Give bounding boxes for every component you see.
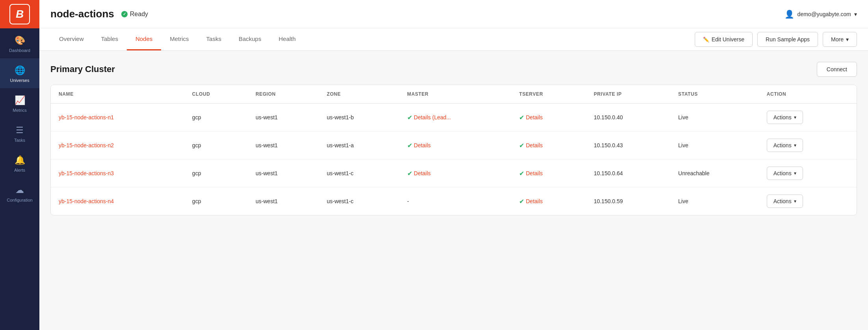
- col-cloud: CLOUD: [184, 85, 248, 104]
- cell-master: -: [399, 187, 511, 215]
- more-button[interactable]: More ▾: [823, 32, 857, 47]
- cell-zone: us-west1-b: [319, 104, 399, 132]
- user-email: demo@yugabyte.com: [798, 11, 851, 17]
- cell-name: yb-15-node-actions-n4: [51, 187, 184, 215]
- actions-button[interactable]: Actions ▾: [767, 111, 803, 124]
- nav-tabs-left: Overview Tables Nodes Metrics Tasks Back…: [50, 28, 304, 50]
- tab-overview[interactable]: Overview: [50, 28, 93, 50]
- cell-tserver: ✔Details: [511, 159, 586, 187]
- master-check-icon: ✔: [407, 142, 412, 149]
- node-name-link[interactable]: yb-15-node-actions-n4: [59, 198, 114, 204]
- actions-dropdown-icon: ▾: [794, 171, 796, 176]
- master-details-cell: ✔Details: [407, 170, 503, 177]
- cell-private-ip: 10.150.0.40: [586, 104, 670, 132]
- cell-zone: us-west1-c: [319, 187, 399, 215]
- cell-private-ip: 10.150.0.43: [586, 132, 670, 159]
- tserver-details-link[interactable]: Details: [526, 114, 543, 121]
- col-zone: ZONE: [319, 85, 399, 104]
- cell-cloud: gcp: [184, 187, 248, 215]
- table-row: yb-15-node-actions-n3gcpus-west1us-west1…: [51, 159, 857, 187]
- cell-master: ✔Details: [399, 159, 511, 187]
- actions-button[interactable]: Actions ▾: [767, 139, 803, 152]
- more-dropdown-icon: ▾: [846, 36, 849, 43]
- actions-label: Actions: [773, 198, 792, 204]
- actions-dropdown-icon: ▾: [794, 143, 796, 148]
- sidebar-label-metrics: Metrics: [13, 108, 26, 113]
- nodes-table: NAME CLOUD REGION ZONE MASTER TSERVER PR…: [51, 85, 857, 215]
- node-name-link[interactable]: yb-15-node-actions-n1: [59, 114, 114, 121]
- tserver-check-icon: ✔: [519, 170, 524, 177]
- cell-action: Actions ▾: [759, 187, 857, 215]
- edit-universe-button[interactable]: ✏️ Edit Universe: [695, 32, 753, 47]
- section-header: Primary Cluster Connect: [50, 62, 857, 77]
- run-sample-apps-button[interactable]: Run Sample Apps: [757, 32, 818, 47]
- cell-tserver: ✔Details: [511, 187, 586, 215]
- node-name-link[interactable]: yb-15-node-actions-n3: [59, 170, 114, 176]
- cell-action: Actions ▾: [759, 104, 857, 132]
- main-content: node-actions Ready 👤 demo@yugabyte.com ▾…: [39, 0, 868, 330]
- actions-dropdown-icon: ▾: [794, 115, 796, 120]
- sidebar-label-universes: Universes: [10, 78, 30, 83]
- tab-metrics[interactable]: Metrics: [161, 28, 197, 50]
- master-details-link[interactable]: Details: [414, 170, 431, 176]
- alerts-icon: 🔔: [15, 155, 25, 165]
- nav-tabs-right: ✏️ Edit Universe Run Sample Apps More ▾: [695, 32, 857, 47]
- logo-icon: B: [9, 4, 30, 24]
- connect-button[interactable]: Connect: [817, 62, 857, 77]
- master-details-link[interactable]: Details (Lead...: [414, 114, 451, 121]
- actions-dropdown-icon: ▾: [794, 198, 796, 204]
- header-left: node-actions Ready: [50, 8, 148, 20]
- cell-region: us-west1: [248, 132, 319, 159]
- sidebar-label-alerts: Alerts: [14, 168, 25, 172]
- tasks-icon: ☰: [16, 125, 24, 135]
- table-header-row: NAME CLOUD REGION ZONE MASTER TSERVER PR…: [51, 85, 857, 104]
- status-dot-icon: [121, 11, 128, 17]
- tab-nodes[interactable]: Nodes: [127, 28, 161, 50]
- master-details-link[interactable]: Details: [414, 142, 431, 148]
- tserver-check-icon: ✔: [519, 198, 524, 205]
- cell-action: Actions ▾: [759, 132, 857, 159]
- actions-button[interactable]: Actions ▾: [767, 195, 803, 208]
- sidebar-item-universes[interactable]: 🌐 Universes: [0, 58, 39, 88]
- master-check-icon: ✔: [407, 170, 412, 177]
- master-check-icon: ✔: [407, 114, 412, 121]
- nodes-table-container: NAME CLOUD REGION ZONE MASTER TSERVER PR…: [50, 85, 857, 215]
- sidebar-item-alerts[interactable]: 🔔 Alerts: [0, 148, 39, 178]
- tab-tables[interactable]: Tables: [93, 28, 127, 50]
- tserver-details-cell: ✔Details: [519, 198, 578, 205]
- tserver-check-icon: ✔: [519, 114, 524, 121]
- cell-private-ip: 10.150.0.59: [586, 187, 670, 215]
- cell-cloud: gcp: [184, 132, 248, 159]
- cell-region: us-west1: [248, 159, 319, 187]
- actions-button[interactable]: Actions ▾: [767, 167, 803, 180]
- section-title: Primary Cluster: [50, 64, 115, 74]
- col-region: REGION: [248, 85, 319, 104]
- tserver-details-link[interactable]: Details: [526, 170, 543, 176]
- sidebar-item-tasks[interactable]: ☰ Tasks: [0, 118, 39, 148]
- cell-status: Live: [670, 187, 759, 215]
- cell-private-ip: 10.150.0.64: [586, 159, 670, 187]
- tab-backups[interactable]: Backups: [230, 28, 270, 50]
- status-label: Ready: [130, 11, 148, 18]
- actions-label: Actions: [773, 114, 792, 121]
- sidebar-item-dashboard[interactable]: 🎨 Dashboard: [0, 28, 39, 58]
- tab-tasks[interactable]: Tasks: [198, 28, 230, 50]
- sidebar-item-configuration[interactable]: ☁ Configuration: [0, 178, 39, 208]
- tab-health[interactable]: Health: [270, 28, 304, 50]
- col-private-ip: PRIVATE IP: [586, 85, 670, 104]
- actions-label: Actions: [773, 170, 792, 176]
- universes-icon: 🌐: [15, 65, 25, 76]
- tserver-details-link[interactable]: Details: [526, 198, 543, 204]
- tserver-details-link[interactable]: Details: [526, 142, 543, 148]
- cell-status: Unreachable: [670, 159, 759, 187]
- header: node-actions Ready 👤 demo@yugabyte.com ▾: [39, 0, 868, 28]
- col-action: ACTION: [759, 85, 857, 104]
- cell-tserver: ✔Details: [511, 104, 586, 132]
- user-info[interactable]: 👤 demo@yugabyte.com ▾: [785, 9, 857, 19]
- cell-name: yb-15-node-actions-n2: [51, 132, 184, 159]
- sidebar-item-metrics[interactable]: 📈 Metrics: [0, 88, 39, 118]
- sidebar-label-tasks: Tasks: [14, 138, 25, 143]
- cell-cloud: gcp: [184, 159, 248, 187]
- node-name-link[interactable]: yb-15-node-actions-n2: [59, 142, 114, 148]
- master-details-cell: ✔Details: [407, 142, 503, 149]
